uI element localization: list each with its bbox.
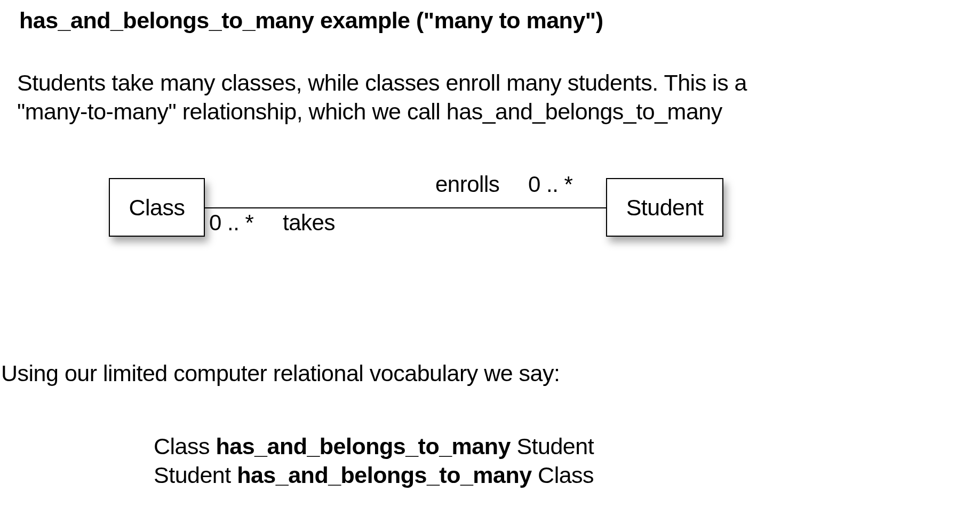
multiplicity-right: 0 .. * [528,172,572,197]
association-line [205,207,606,208]
vocab-line-1-right: Student [511,433,594,459]
role-label-enrolls: enrolls [435,172,499,197]
vocab-line-2-right: Class [532,462,594,488]
vocab-lines: Class has_and_belongs_to_many Student St… [154,432,594,489]
slide-title: has_and_belongs_to_many example ("many t… [19,7,603,34]
vocab-line-2-bold: has_and_belongs_to_many [237,462,531,488]
entity-box-class: Class [109,178,205,237]
vocab-line-2: Student has_and_belongs_to_many Class [154,461,594,489]
vocab-intro: Using our limited computer relational vo… [1,360,560,386]
vocab-line-1-bold: has_and_belongs_to_many [216,433,510,459]
slide: has_and_belongs_to_many example ("many t… [0,0,980,524]
vocab-line-2-left: Student [154,462,237,488]
entity-box-student: Student [606,178,723,237]
role-label-takes: takes [283,210,335,236]
intro-paragraph: Students take many classes, while classe… [17,68,747,126]
multiplicity-left: 0 .. * [209,210,253,236]
vocab-line-1-left: Class [154,433,216,459]
uml-diagram: Class enrolls 0 .. * 0 .. * takes Studen… [0,187,980,277]
vocab-line-1: Class has_and_belongs_to_many Student [154,432,594,461]
entity-label-class: Class [129,195,185,221]
entity-label-student: Student [626,195,704,221]
